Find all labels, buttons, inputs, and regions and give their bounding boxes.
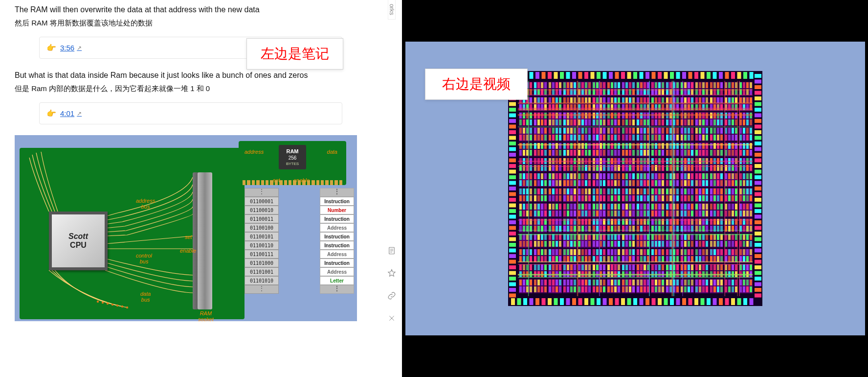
svg-rect-132: [755, 91, 761, 95]
svg-rect-1179: [523, 188, 525, 194]
svg-rect-1809: [611, 249, 613, 255]
timestamp-link-2[interactable]: 4:01 ↗: [60, 109, 82, 118]
svg-rect-63: [597, 298, 601, 305]
svg-rect-716: [702, 135, 705, 141]
svg-rect-1434: [695, 211, 698, 216]
svg-rect-780: [574, 150, 576, 156]
svg-rect-1963: [629, 264, 631, 270]
svg-rect-1230: [603, 195, 605, 201]
svg-rect-636: [574, 135, 576, 141]
svg-rect-589: [728, 119, 731, 125]
svg-rect-879: [735, 150, 737, 156]
svg-rect-1389: [622, 211, 624, 216]
notes-pane[interactable]: The RAM will then overwrite the data at …: [0, 0, 381, 377]
svg-rect-840: [666, 150, 668, 156]
pointing-hand-icon: 👉: [46, 43, 56, 52]
ram-socket-label: RAMsocket: [198, 310, 214, 322]
svg-rect-883: [746, 143, 749, 149]
svg-rect-985: [669, 165, 672, 171]
svg-rect-968: [644, 165, 646, 171]
svg-rect-1359: [581, 204, 584, 210]
svg-rect-672: [632, 135, 635, 141]
svg-rect-1155: [710, 180, 712, 186]
link-icon[interactable]: [387, 291, 397, 301]
svg-rect-1972: [644, 264, 646, 270]
svg-rect-1263: [651, 195, 654, 201]
svg-rect-1653: [588, 241, 591, 247]
svg-rect-510: [603, 119, 605, 125]
svg-rect-1218: [578, 195, 580, 201]
svg-rect-1885: [728, 256, 731, 262]
svg-rect-2144: [691, 280, 693, 285]
svg-rect-15: [548, 72, 552, 79]
svg-rect-2125: [658, 280, 661, 285]
svg-rect-46: [737, 72, 741, 79]
svg-rect-254: [662, 82, 664, 88]
svg-rect-1917: [552, 264, 555, 270]
svg-rect-1412: [666, 204, 668, 210]
svg-rect-778: [567, 150, 569, 156]
svg-rect-1862: [695, 249, 698, 255]
svg-rect-1623: [534, 241, 536, 247]
svg-rect-948: [607, 165, 610, 171]
memory-address-cell: 01100100: [245, 223, 279, 232]
svg-rect-1115: [651, 173, 654, 179]
svg-rect-2070: [567, 280, 569, 285]
svg-rect-1946: [603, 264, 605, 270]
svg-rect-957: [622, 165, 624, 171]
svg-rect-1919: [559, 264, 561, 270]
svg-rect-1100: [632, 173, 635, 179]
memory-address-cell: 01100001: [245, 197, 279, 206]
svg-rect-1669: [611, 241, 613, 247]
svg-rect-1804: [596, 256, 599, 262]
svg-rect-260: [666, 82, 668, 88]
svg-rect-836: [666, 143, 668, 149]
svg-rect-1445: [717, 211, 719, 216]
timestamp-link-1[interactable]: 3:56 ↗: [60, 44, 82, 52]
close-icon[interactable]: [387, 313, 397, 323]
svg-rect-128: [509, 294, 516, 298]
svg-rect-995: [688, 165, 690, 171]
svg-rect-2102: [614, 286, 617, 292]
svg-rect-707: [688, 135, 690, 141]
video-pane[interactable]: 右边是视频: [402, 0, 868, 377]
svg-rect-1860: [691, 256, 693, 262]
svg-rect-860: [702, 150, 705, 156]
svg-rect-1443: [710, 211, 712, 216]
svg-rect-2079: [581, 280, 584, 285]
svg-rect-787: [581, 150, 584, 156]
star-icon[interactable]: [387, 268, 397, 278]
svg-rect-1070: [578, 173, 580, 179]
svg-rect-1815: [618, 256, 620, 262]
svg-rect-1982: [662, 264, 664, 270]
svg-rect-1146: [695, 180, 698, 186]
svg-rect-818: [637, 143, 639, 149]
svg-rect-2135: [676, 280, 679, 285]
svg-rect-84: [725, 298, 729, 305]
svg-rect-803: [618, 143, 620, 149]
svg-rect-173: [530, 82, 532, 88]
svg-rect-2051: [534, 280, 536, 285]
svg-rect-897: [530, 165, 532, 171]
memory-data-cell: Instruction: [320, 214, 354, 223]
side-tab[interactable]: orks: [388, 0, 396, 20]
svg-rect-1350: [567, 204, 569, 210]
svg-rect-1867: [699, 256, 701, 262]
external-link-icon: ↗: [77, 110, 82, 117]
svg-rect-1200: [549, 195, 551, 201]
svg-rect-1343: [559, 204, 561, 210]
svg-rect-715: [699, 135, 701, 141]
svg-rect-1964: [632, 264, 635, 270]
svg-rect-2187: [528, 81, 529, 296]
svg-rect-153: [755, 209, 761, 213]
svg-rect-1842: [662, 256, 664, 262]
svg-rect-397: [658, 97, 661, 103]
document-icon[interactable]: [387, 246, 397, 256]
svg-rect-1635: [559, 241, 561, 247]
svg-rect-191: [559, 82, 561, 88]
svg-rect-1360: [585, 204, 587, 210]
svg-rect-1916: [549, 264, 551, 270]
svg-rect-1863: [699, 249, 701, 255]
svg-rect-233: [622, 82, 624, 88]
svg-rect-2066: [556, 286, 558, 292]
